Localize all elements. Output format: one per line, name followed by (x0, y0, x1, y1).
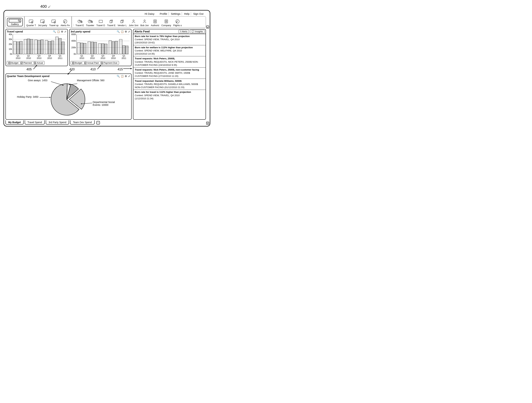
toolbar-item[interactable]: Travel O (95, 19, 106, 27)
svg-rect-2 (29, 20, 33, 23)
toolbar-label: Travel E (107, 24, 115, 27)
toolbar-item[interactable]: Vendor L (117, 19, 128, 27)
svg-text:200k: 200k (71, 46, 76, 49)
toolbar-item[interactable]: 3rd party (37, 19, 48, 27)
toolbar-item[interactable]: Alerts Fe (60, 19, 71, 27)
svg-point-33 (176, 20, 179, 23)
alert-item[interactable]: Travel requested: Daniela Williams, 5000… (133, 79, 206, 90)
scroll-up-button[interactable]: ▲ (206, 26, 209, 28)
svg-text:2010: 2010 (111, 57, 116, 59)
svg-rect-70 (51, 41, 54, 54)
link-profile[interactable]: Profile (158, 12, 169, 15)
tab-my-budget[interactable]: My Budget (6, 120, 24, 124)
alert-timestamp: (19/10/2010 19:42) (135, 41, 204, 44)
alert-item[interactable]: Travel requests: Nick Peters, 2500$,Cont… (133, 56, 206, 68)
gear-icon[interactable]: ⚙ (61, 30, 63, 33)
svg-point-14 (63, 20, 67, 23)
expand-icon[interactable]: ⤢ (128, 75, 130, 78)
svg-rect-62 (35, 40, 37, 54)
svg-point-15 (64, 22, 64, 23)
zoom-icon[interactable]: 🔍 (117, 75, 120, 78)
toolbar-item[interactable]: Travel E (75, 19, 85, 27)
pie-label-giveaways: Give aways: 1453 (28, 79, 47, 82)
alert-item[interactable]: Burn rate for welfare is 112% higher tha… (133, 45, 206, 57)
alert-item[interactable]: Travel requests: Nick Peters, 2500$, non… (133, 68, 206, 79)
svg-rect-76 (62, 42, 64, 54)
gallery-label: Gallery (9, 23, 21, 26)
toolbar-label: 3rd party (38, 24, 47, 27)
alert-context: Context: TRAVEL REQUESTS, DANIELA WILLIA… (135, 83, 204, 89)
svg-text:2011: 2011 (122, 57, 126, 59)
toolbar-item[interactable]: Quarter T (25, 19, 37, 27)
panel-toolbar: 🔍 📋 ⚙ ⤢ (53, 30, 66, 33)
toolbar-label: Travel E (76, 24, 84, 27)
svg-text:20k: 20k (9, 43, 12, 46)
alert-context: Context: SPEND VIEW, TRAVEL, Q4 2010 (135, 94, 204, 97)
tab-alerts[interactable]: !Alerts (178, 30, 189, 33)
gear-icon[interactable]: ⚙ (125, 30, 127, 33)
svg-rect-69 (48, 41, 51, 54)
alert-title: Burn rate for welfare is 112% higher tha… (135, 46, 204, 49)
panel-title: Alerts Feed (134, 30, 177, 33)
svg-text:10k: 10k (9, 48, 12, 50)
add-tab-button[interactable]: + (96, 121, 100, 124)
gear-icon[interactable]: ⚙ (125, 75, 127, 78)
svg-point-23 (133, 20, 134, 21)
tab-3rd-party-spend[interactable]: 3rd Party Spend (46, 120, 69, 124)
toolbar-item[interactable]: John Smi (128, 19, 139, 27)
toolbar-label: Travel sp (49, 24, 58, 27)
toolbar-item[interactable]: Bob Jon (139, 19, 150, 27)
legend: Budget Planned Actual (7, 61, 44, 65)
svg-point-0 (18, 20, 20, 21)
panel-toolbar: 🔍 📋 ⚙ ⤢ (117, 75, 130, 78)
alert-title: Burn rate for travel is 78% higher than … (135, 35, 204, 38)
zoom-icon[interactable]: 🔍 (117, 30, 120, 33)
link-help[interactable]: Help (183, 12, 191, 15)
expand-icon[interactable]: ⤢ (64, 30, 66, 33)
toolbar-item[interactable]: Authoriz (150, 19, 160, 27)
svg-rect-18 (82, 21, 82, 23)
toolbar-label: Authoriz (151, 24, 159, 27)
tab-travel-spend[interactable]: Travel Spend (25, 120, 45, 124)
clipboard-icon[interactable]: 📋 (57, 30, 60, 33)
svg-rect-106 (98, 44, 101, 54)
tab-insights[interactable]: 💬Insights (190, 30, 204, 33)
link-settings[interactable]: Settings (170, 12, 182, 15)
toolbar-label: Flights o (173, 24, 182, 27)
svg-rect-113 (112, 42, 114, 54)
toolbar-label: John Smi (129, 24, 138, 27)
clipboard-icon[interactable]: 📋 (121, 30, 124, 33)
panel-third-party-spend: 3rd party spend 🔍 📋 ⚙ ⤢ 0k200k400k600kQ1… (69, 29, 132, 66)
toolbar-item[interactable]: Travel E (106, 19, 117, 27)
svg-rect-10 (52, 20, 56, 23)
toolbar-item[interactable]: Company (160, 19, 172, 27)
gallery-button[interactable]: Gallery (7, 18, 23, 26)
expand-icon[interactable]: ⤢ (128, 30, 130, 33)
svg-text:2010: 2010 (90, 57, 95, 59)
svg-rect-56 (24, 39, 27, 54)
svg-rect-51 (16, 42, 19, 54)
link-signout[interactable]: Sign Out (192, 12, 205, 15)
tab-team-dev-spend[interactable]: Team Dev Spend (70, 120, 95, 124)
toolbar-expand-icon[interactable]: ˅˅ (73, 24, 75, 27)
toolbar-item[interactable]: Traveler (85, 19, 95, 27)
clipboard-icon[interactable]: 📋 (121, 75, 124, 78)
top-bar: Hi Daisy Profile Settings Help Sign Out (6, 12, 206, 16)
alert-title: Burn rate for travel is 112% higher than… (135, 91, 204, 94)
svg-rect-20 (91, 20, 92, 23)
svg-text:2010: 2010 (16, 57, 20, 59)
scroll-down-button[interactable]: ▼ (206, 122, 209, 124)
third-party-chart: 0k200k400k600kQ12010Q22010Q32010Q42010Q1… (71, 33, 130, 60)
toolbar-label: Quarter T (26, 24, 36, 27)
panel-team-dev-spend: Quarter Team Development spend 🔍 📋 ⚙ ⤢ G… (6, 73, 132, 120)
alert-item[interactable]: Burn rate for travel is 112% higher than… (133, 90, 206, 101)
toolbar-item[interactable]: Travel sp (48, 19, 60, 27)
panel-toolbar: 🔍 📋 ⚙ ⤢ (117, 30, 130, 33)
toolbar-label: Travel O (96, 24, 105, 27)
svg-rect-22 (99, 20, 102, 23)
toolbar-item[interactable]: Flights o (172, 19, 183, 27)
alert-item[interactable]: Burn rate for travel is 78% higher than … (133, 34, 206, 45)
speech-icon: 💬 (191, 30, 194, 33)
gallery-search[interactable] (9, 19, 21, 22)
zoom-icon[interactable]: 🔍 (53, 30, 56, 33)
